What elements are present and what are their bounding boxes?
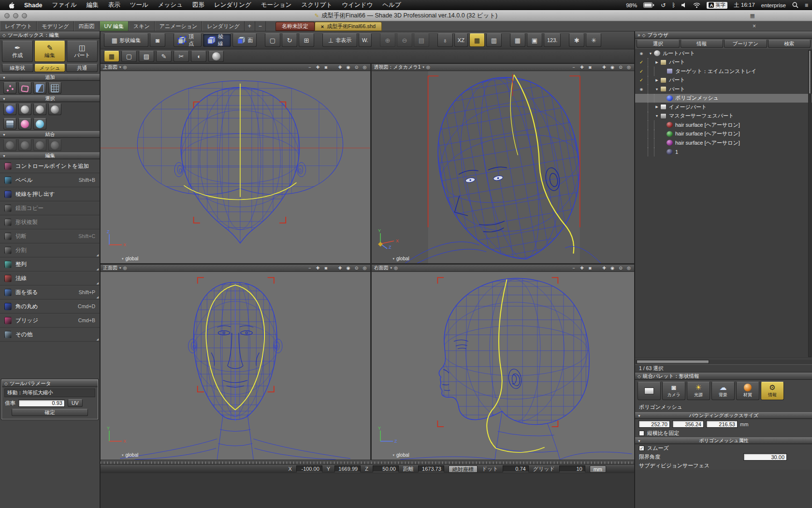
palette-tab-background[interactable]: ☁背景 bbox=[711, 382, 735, 400]
bbox-y-input[interactable]: 356.24 bbox=[672, 420, 704, 428]
tree-item-6[interactable]: ▶イメージパート bbox=[635, 103, 812, 112]
section-join-header[interactable]: ▼結合 bbox=[0, 131, 100, 138]
expand-icon[interactable]: ▼ bbox=[654, 114, 660, 118]
world-coord-button[interactable]: ♁ bbox=[437, 33, 453, 47]
visibility-view-icon[interactable]: ◉ bbox=[346, 266, 351, 270]
command-0[interactable]: コントロールポイントを追加 bbox=[0, 159, 100, 173]
viewport-front[interactable]: 正面図 ▾ ◎ −✚◙✚◉⊙◎ YX ▾global bbox=[101, 265, 370, 460]
image-plane-button[interactable]: ▣ bbox=[527, 33, 542, 47]
wire-toggle-button[interactable]: W. bbox=[359, 33, 372, 47]
band-select-button[interactable]: ⊞ bbox=[299, 33, 314, 47]
command-9[interactable]: 面を張るShift+P◢ bbox=[0, 285, 100, 299]
workspace-tab-6[interactable]: レンダリング bbox=[202, 21, 245, 31]
rotate-view-icon[interactable]: ◎ bbox=[362, 65, 368, 70]
uv-pen-button[interactable]: ✎ bbox=[156, 51, 172, 62]
remove-workspace-button[interactable]: − bbox=[255, 21, 266, 31]
visibility-icon[interactable]: ◉ bbox=[640, 87, 643, 91]
command-6[interactable]: 分割◢ bbox=[0, 243, 100, 257]
record-icon[interactable]: ◎ bbox=[394, 266, 398, 270]
add-form-button[interactable]: ⊕ bbox=[380, 33, 395, 47]
hscroll-thumb[interactable] bbox=[637, 360, 709, 364]
mode-編集-button[interactable]: ✎編集 bbox=[34, 41, 65, 62]
menubar-username[interactable]: enterprise bbox=[761, 2, 786, 8]
viewport-top[interactable]: 上面図 ▾ ◎ −✚◙✚◉⊙◎ ZX ▾global bbox=[101, 64, 370, 263]
menu-item-8[interactable]: スクリプト bbox=[296, 1, 337, 9]
timemachine-icon[interactable]: ↺ bbox=[661, 2, 666, 9]
mode-作成-button[interactable]: ✒作成 bbox=[2, 41, 33, 62]
face-mode-button[interactable]: 面 bbox=[232, 33, 257, 47]
i-sel-cursor-button[interactable] bbox=[48, 104, 61, 115]
command-11[interactable]: ブリッジCmd+B bbox=[0, 314, 100, 328]
zoom-view-icon[interactable]: ⊙ bbox=[618, 266, 624, 270]
i-add-points-button[interactable] bbox=[3, 82, 16, 94]
axis-xz-button[interactable]: XZ bbox=[454, 33, 468, 47]
scale-input[interactable]: 0.93 bbox=[18, 400, 65, 407]
subtab-線形状[interactable]: 線形状 bbox=[2, 64, 33, 72]
coordinate-space-label[interactable]: ▾global bbox=[122, 452, 138, 458]
bbox-x-input[interactable]: 252.70 bbox=[638, 420, 670, 428]
bluetooth-icon[interactable]: ᛒ bbox=[672, 2, 675, 9]
i-sel-sphere2-button[interactable] bbox=[33, 104, 46, 115]
sub-form-button[interactable]: ⊖ bbox=[397, 33, 412, 47]
browser-header[interactable]: »◇ブラウザ bbox=[635, 31, 812, 39]
i-sel-sphere1-button[interactable] bbox=[18, 104, 31, 115]
zoom-view-icon[interactable]: ⊙ bbox=[354, 65, 360, 70]
tool-parameter-header[interactable]: ◇ツールパラメータ bbox=[2, 380, 98, 387]
uv-sphere-button[interactable] bbox=[208, 51, 224, 62]
volume-icon[interactable] bbox=[682, 2, 687, 8]
shape-edit-button[interactable]: ▦形状編集 bbox=[104, 33, 148, 47]
collapse-panel-icon[interactable]: » bbox=[638, 32, 640, 38]
command-3[interactable]: 鏡面コピー bbox=[0, 201, 100, 215]
file-tab-untitled[interactable]: 名称未設定 bbox=[276, 22, 315, 31]
workspace-tab-3[interactable]: UV 編集 bbox=[100, 21, 129, 31]
coordinate-space-label[interactable]: ▾global bbox=[393, 256, 409, 261]
visibility-view-icon[interactable]: ◉ bbox=[609, 266, 615, 270]
visibility-icon[interactable]: ◉ bbox=[640, 51, 643, 56]
i-join-b-button[interactable] bbox=[18, 139, 31, 151]
add-workspace-button[interactable]: + bbox=[245, 21, 255, 31]
menu-item-1[interactable]: 編集 bbox=[82, 1, 103, 9]
pan-view-icon[interactable]: ✚ bbox=[601, 65, 607, 70]
mode-パート-button[interactable]: ◫パート bbox=[67, 41, 98, 62]
close-tab-icon[interactable]: × bbox=[321, 24, 324, 30]
render-check-icon[interactable]: ✓ bbox=[639, 60, 643, 65]
command-10[interactable]: 角の丸めCmd+D bbox=[0, 299, 100, 314]
record-icon[interactable]: ◎ bbox=[123, 65, 127, 70]
coordinate-space-label[interactable]: ▾global bbox=[122, 256, 138, 261]
i-add-grid-button[interactable] bbox=[48, 82, 61, 94]
rotate-view-icon[interactable]: ◎ bbox=[626, 266, 632, 270]
expand-icon[interactable]: ▼ bbox=[654, 88, 660, 91]
uv-tag-button[interactable]: ◖ bbox=[191, 51, 206, 62]
pan-view-icon[interactable]: ✚ bbox=[337, 266, 343, 270]
wifi-icon[interactable] bbox=[693, 2, 700, 8]
view-menu-caret-icon[interactable]: ▾ bbox=[422, 65, 424, 69]
tree-item-3[interactable]: ✓▶パート bbox=[635, 76, 812, 85]
limit-angle-input[interactable]: 30.00 bbox=[743, 453, 787, 461]
settings-a-button[interactable]: ✱ bbox=[569, 33, 584, 47]
visibility-view-icon[interactable]: ◉ bbox=[346, 65, 351, 70]
uv-hatch-button[interactable]: ▨ bbox=[139, 51, 154, 62]
camera-view-icon[interactable]: ◙ bbox=[587, 65, 593, 70]
rect-select-button[interactable]: ▢ bbox=[265, 33, 280, 47]
viewport-right[interactable]: 右面図 ▾ ◎ −✚◙✚◉⊙◎ YZ ▾global bbox=[372, 265, 634, 460]
rotate-view-icon[interactable]: ◎ bbox=[626, 65, 632, 70]
subtab-メッシュ[interactable]: メッシュ bbox=[34, 64, 66, 72]
zoom-view-icon[interactable]: ⊙ bbox=[354, 266, 360, 270]
expand-icon[interactable]: ▶ bbox=[654, 78, 660, 82]
menu-item-0[interactable]: ファイル bbox=[47, 1, 82, 9]
tree-item-4[interactable]: ◉▼パート bbox=[635, 85, 812, 94]
vertex-mode-button[interactable]: 頂点 bbox=[174, 33, 202, 47]
viewport-label[interactable]: 右面図 bbox=[374, 265, 389, 271]
settings-b-button[interactable]: ✳ bbox=[586, 33, 601, 47]
pan-view-icon[interactable]: ✚ bbox=[601, 266, 607, 270]
smooth-checkbox[interactable]: ✓ bbox=[639, 446, 644, 451]
workspace-tab-5[interactable]: アニメーション bbox=[155, 21, 203, 31]
vscroll-thumb[interactable] bbox=[809, 51, 811, 93]
palette-tab-preview[interactable] bbox=[638, 382, 661, 400]
expand-icon[interactable]: ▼ bbox=[648, 52, 653, 55]
menu-item-2[interactable]: 表示 bbox=[103, 1, 125, 9]
tree-item-7[interactable]: ▼マスターサーフェスパート bbox=[635, 112, 812, 121]
move-view-icon[interactable]: ✚ bbox=[579, 65, 585, 70]
edge-mode-button[interactable]: 稜線 bbox=[203, 33, 231, 47]
app-menu[interactable]: Shade bbox=[19, 2, 47, 9]
